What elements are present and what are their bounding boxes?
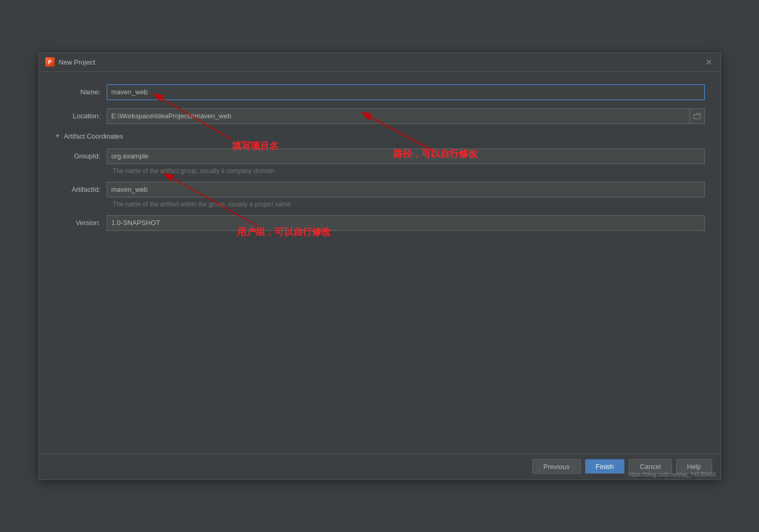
finish-button[interactable]: Finish	[585, 459, 625, 474]
artifact-section-header[interactable]: ▼ Artifact Coordinates	[55, 132, 705, 140]
previous-button[interactable]: Previous	[532, 459, 581, 474]
version-input[interactable]	[107, 215, 705, 231]
section-title: Artifact Coordinates	[64, 132, 123, 140]
version-label: Version:	[55, 219, 107, 227]
watermark: https://blog.csdn.net/qq_74135602	[628, 471, 716, 477]
svg-rect-0	[694, 115, 700, 119]
section-arrow-icon: ▼	[55, 132, 61, 140]
groupid-input[interactable]	[107, 149, 705, 164]
browse-button[interactable]	[689, 108, 705, 124]
new-project-dialog: P New Project ✕ Name: Location:	[39, 53, 721, 480]
window-title: New Project	[59, 58, 95, 66]
name-input[interactable]	[107, 84, 705, 100]
artifactid-row: ArtifactId:	[55, 182, 705, 197]
folder-icon	[693, 113, 701, 120]
location-input-group	[107, 108, 705, 124]
location-input[interactable]	[107, 108, 689, 124]
annotation-layer: 填写项目名 路径，可以自行修改 用户组，可以自行修改	[39, 72, 720, 453]
close-button[interactable]: ✕	[704, 57, 714, 67]
dialog-content: Name: Location: ▼ Artifact Coordinates	[39, 72, 720, 453]
title-bar-left: P New Project	[45, 57, 95, 67]
version-row: Version:	[55, 215, 705, 231]
groupid-label: GroupId:	[55, 152, 107, 160]
artifactid-input[interactable]	[107, 182, 705, 197]
groupid-hint: The name of the artifact group, usually …	[113, 167, 705, 175]
title-bar: P New Project ✕	[39, 53, 720, 72]
location-row: Location:	[55, 108, 705, 124]
app-icon: P	[45, 57, 55, 67]
artifactid-label: ArtifactId:	[55, 185, 107, 193]
location-label: Location:	[55, 112, 107, 120]
name-label: Name:	[55, 88, 107, 96]
arrows-svg	[39, 72, 720, 453]
name-row: Name:	[55, 84, 705, 100]
dialog-footer: Previous Finish Cancel Help	[39, 453, 720, 479]
artifactid-hint: The name of the artifact within the grou…	[113, 201, 705, 208]
groupid-row: GroupId:	[55, 149, 705, 164]
